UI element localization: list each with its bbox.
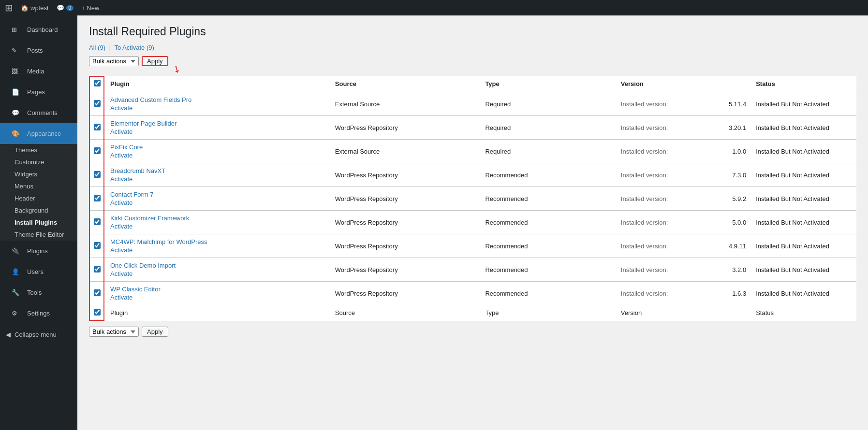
plugin-name-link-7[interactable]: One Click Demo Import (110, 262, 176, 269)
filter-to-activate[interactable]: To Activate (9) (114, 44, 154, 51)
bulk-actions-select-bottom[interactable]: Bulk actions (89, 327, 139, 337)
header-checkbox-cell (89, 76, 105, 92)
row-type-4: Recommended (480, 187, 616, 211)
row-type-0: Required (480, 92, 616, 116)
plugin-activate-link-1[interactable]: Activate (110, 128, 325, 135)
row-checkbox-cell (89, 187, 105, 211)
plugin-name-link-3[interactable]: Breadcrumb NavXT (110, 167, 165, 174)
bulk-actions-select-top[interactable]: Bulk actions (89, 56, 139, 66)
sidebar-item-header[interactable]: Header (0, 192, 77, 204)
sidebar-item-install-plugins[interactable]: Install Plugins (0, 216, 77, 229)
row-checkbox-0[interactable] (94, 100, 101, 107)
row-status-8: Installed But Not Activated (751, 282, 856, 305)
header-plugin: Plugin (105, 76, 330, 92)
sidebar-item-posts[interactable]: ✎Posts (0, 40, 77, 61)
filter-all[interactable]: All (9) (89, 44, 107, 51)
plugin-name-link-4[interactable]: Contact Form 7 (110, 191, 154, 198)
sidebar-item-customize[interactable]: Customize (0, 156, 77, 168)
table-footer-row: Plugin Source Type Version Status (89, 305, 856, 321)
plugin-activate-link-0[interactable]: Activate (110, 104, 325, 112)
row-checkbox-6[interactable] (94, 242, 101, 249)
row-status-0: Installed But Not Activated (751, 92, 856, 116)
sidebar-item-background[interactable]: Background (0, 204, 77, 216)
plugin-name-link-1[interactable]: Elementor Page Builder (110, 120, 177, 127)
plugins-tbody: Advanced Custom Fields Pro Activate Exte… (89, 92, 856, 305)
plugin-activate-link-6[interactable]: Activate (110, 246, 325, 254)
row-status-2: Installed But Not Activated (751, 140, 856, 163)
header-source: Source (330, 76, 481, 92)
plugin-activate-link-7[interactable]: Activate (110, 270, 325, 277)
row-checkbox-5[interactable] (94, 218, 101, 225)
plugin-name-link-0[interactable]: Advanced Custom Fields Pro (110, 96, 191, 103)
row-checkbox-cell (89, 116, 105, 140)
table-row: Kirki Customizer Framework Activate Word… (89, 211, 856, 234)
sidebar-item-themes[interactable]: Themes (0, 144, 77, 156)
sidebar-item-appearance[interactable]: 🎨Appearance Themes Customize Widgets Men… (0, 123, 77, 241)
row-version-4: Installed version: 5.9.2 (616, 187, 751, 211)
footer-version: Version (616, 305, 751, 321)
home-icon: 🏠 (21, 4, 29, 12)
row-plugin-1: Elementor Page Builder Activate (105, 116, 330, 140)
row-checkbox-3[interactable] (94, 171, 101, 178)
plugin-activate-link-3[interactable]: Activate (110, 175, 325, 183)
row-checkbox-8[interactable] (94, 289, 101, 296)
sidebar-item-menus[interactable]: Menus (0, 180, 77, 192)
collapse-icon: ◀ (6, 331, 11, 338)
sidebar-item-plugins[interactable]: 🔌Plugins (0, 241, 77, 261)
row-checkbox-7[interactable] (94, 266, 101, 272)
plugin-name-link-6[interactable]: MC4WP: Mailchimp for WordPress (110, 238, 207, 245)
plugin-name-link-8[interactable]: WP Classic Editor (110, 286, 161, 293)
comments-link[interactable]: 💬 0 (57, 4, 74, 12)
plugin-name-link-5[interactable]: Kirki Customizer Framework (110, 215, 189, 222)
plugin-activate-link-2[interactable]: Activate (110, 152, 325, 159)
row-checkbox-2[interactable] (94, 147, 101, 154)
row-version-3: Installed version: 7.3.0 (616, 163, 751, 187)
row-source-3: WordPress Repository (330, 163, 481, 187)
sidebar-item-settings[interactable]: ⚙Settings (0, 303, 77, 324)
row-plugin-0: Advanced Custom Fields Pro Activate (105, 92, 330, 116)
row-plugin-5: Kirki Customizer Framework Activate (105, 211, 330, 234)
plugin-activate-link-5[interactable]: Activate (110, 223, 325, 230)
footer-checkbox-cell (89, 305, 105, 321)
row-version-6: Installed version: 4.9.11 (616, 234, 751, 258)
sidebar-item-widgets[interactable]: Widgets (0, 168, 77, 180)
row-checkbox-cell (89, 163, 105, 187)
site-link[interactable]: 🏠 wptest (21, 4, 49, 12)
pages-icon: 📄 (6, 85, 17, 99)
row-checkbox-cell (89, 258, 105, 282)
sidebar-item-comments[interactable]: 💬Comments (0, 102, 77, 123)
users-icon: 👤 (6, 265, 17, 279)
sidebar-item-theme-file-editor[interactable]: Theme File Editor (0, 229, 77, 241)
table-header-row: Plugin Source Type Version Status (89, 76, 856, 92)
plugin-activate-link-8[interactable]: Activate (110, 294, 325, 301)
tools-icon: 🔧 (6, 286, 17, 300)
comments-icon: 💬 (6, 106, 17, 120)
media-icon: 🖼 (6, 64, 17, 78)
select-all-checkbox-bottom[interactable] (94, 309, 101, 315)
top-actions-bar: Bulk actions Apply ➘ (89, 56, 856, 66)
sidebar-item-pages[interactable]: 📄Pages (0, 82, 77, 102)
select-all-checkbox-top[interactable] (94, 80, 101, 86)
row-version-1: Installed version: 3.20.1 (616, 116, 751, 140)
sidebar-item-tools[interactable]: 🔧Tools (0, 282, 77, 303)
plugin-activate-link-4[interactable]: Activate (110, 199, 325, 206)
apply-button-bottom[interactable]: Apply (142, 327, 168, 337)
sidebar-item-media[interactable]: 🖼Media (0, 61, 77, 82)
sidebar-menu: ⊞Dashboard ✎Posts 🖼Media 📄Pages 💬Comment… (0, 15, 77, 324)
plugin-name-link-2[interactable]: PixFix Core (110, 143, 143, 151)
row-version-0: Installed version: 5.11.4 (616, 92, 751, 116)
row-checkbox-4[interactable] (94, 195, 101, 201)
footer-plugin: Plugin (105, 305, 330, 321)
row-checkbox-1[interactable] (94, 124, 101, 130)
sidebar-item-dashboard[interactable]: ⊞Dashboard (0, 19, 77, 40)
header-status: Status (751, 76, 856, 92)
row-source-6: WordPress Repository (330, 234, 481, 258)
apply-button-top[interactable]: Apply (142, 56, 168, 66)
collapse-menu-button[interactable]: ◀ Collapse menu (0, 328, 77, 342)
row-status-1: Installed But Not Activated (751, 116, 856, 140)
table-row: Contact Form 7 Activate WordPress Reposi… (89, 187, 856, 211)
row-plugin-4: Contact Form 7 Activate (105, 187, 330, 211)
new-button[interactable]: + New (81, 4, 99, 12)
footer-type: Type (480, 305, 616, 321)
sidebar-item-users[interactable]: 👤Users (0, 261, 77, 282)
